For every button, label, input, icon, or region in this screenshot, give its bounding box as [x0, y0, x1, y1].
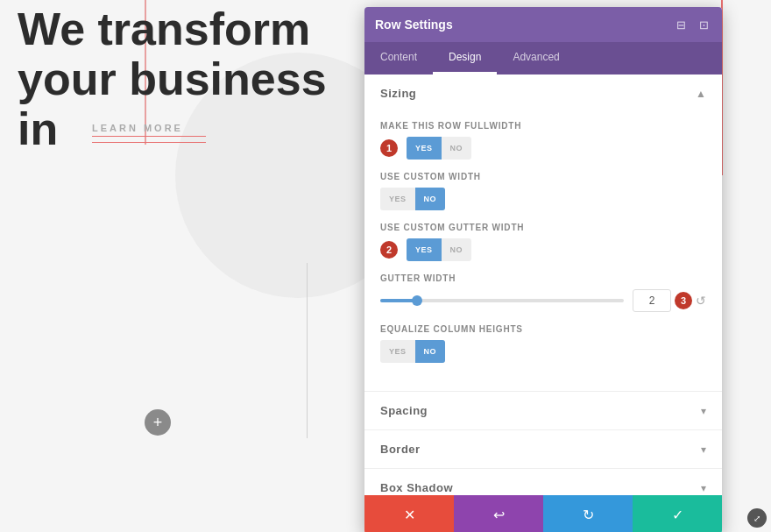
page-heading-area: We transform your business incommunit: [0, 0, 368, 158]
equalize-toggle[interactable]: YES NO: [380, 340, 445, 363]
resize-icon[interactable]: ⤢: [747, 508, 767, 528]
row-settings-panel: Row Settings ⊟ ⊡ Content Design Advanced…: [364, 7, 722, 532]
badge-2: 2: [380, 241, 398, 259]
expand-icon[interactable]: ⊡: [696, 17, 711, 32]
box-shadow-section-header[interactable]: Box Shadow ▾: [364, 469, 722, 495]
minimize-icon[interactable]: ⊟: [673, 17, 689, 32]
box-shadow-collapse-icon: ▾: [701, 482, 706, 494]
gutter-width-setting: Gutter Width 3 ↺: [380, 273, 706, 312]
fullwidth-no-option[interactable]: NO: [442, 137, 472, 160]
panel-header: Row Settings ⊟ ⊡: [364, 7, 722, 42]
panel-actions: ✕ ↩ ↻ ✓: [364, 495, 722, 532]
border-section-header[interactable]: Border ▾: [364, 430, 722, 468]
tab-design[interactable]: Design: [433, 42, 497, 74]
vertical-divider: [307, 263, 308, 438]
spacing-section: Spacing ▾: [364, 391, 722, 429]
border-collapse-icon: ▾: [701, 443, 706, 456]
custom-gutter-no-option[interactable]: NO: [442, 238, 472, 261]
panel-header-icons: ⊟ ⊡: [673, 17, 711, 32]
custom-width-toggle[interactable]: YES NO: [380, 188, 445, 210]
custom-width-no-option[interactable]: NO: [415, 188, 446, 210]
equalize-heights-label: Equalize Column Heights: [380, 324, 706, 334]
tab-advanced[interactable]: Advanced: [497, 42, 575, 74]
badge-1: 1: [380, 139, 398, 157]
equalize-yes-option[interactable]: YES: [380, 340, 415, 363]
equalize-heights-setting: Equalize Column Heights YES NO: [380, 324, 706, 363]
spacing-section-title: Spacing: [380, 404, 428, 417]
border-section-title: Border: [380, 443, 421, 456]
panel-body: Sizing ▲ Make This Row Fullwidth 1 YES N…: [364, 74, 722, 495]
gutter-slider-track[interactable]: [380, 299, 624, 302]
custom-width-toggle-row: YES NO: [380, 188, 706, 210]
badge-3: 3: [675, 292, 692, 309]
save-button[interactable]: ✓: [633, 495, 722, 532]
custom-width-setting: Use Custom Width YES NO: [380, 172, 706, 210]
border-section: Border ▾: [364, 429, 722, 468]
panel-title: Row Settings: [375, 18, 453, 32]
undo-button[interactable]: ↩: [454, 495, 543, 532]
fullwidth-yes-option[interactable]: YES: [407, 137, 442, 160]
box-shadow-section: Box Shadow ▾: [364, 468, 722, 495]
gutter-input-wrap: 3 ↺: [633, 289, 706, 312]
custom-width-yes-option[interactable]: YES: [380, 188, 415, 210]
gutter-reset-icon[interactable]: ↺: [696, 294, 706, 308]
custom-gutter-toggle-row: 2 YES NO: [380, 238, 706, 261]
equalize-toggle-row: YES NO: [380, 340, 706, 363]
box-shadow-section-title: Box Shadow: [380, 481, 453, 494]
fullwidth-toggle-row: 1 YES NO: [380, 137, 706, 160]
custom-width-label: Use Custom Width: [380, 172, 706, 181]
sizing-section-title: Sizing: [380, 87, 416, 100]
red-horizontal-line-1: [92, 136, 206, 137]
spacing-collapse-icon: ▾: [701, 405, 706, 417]
gutter-slider-row: 3 ↺: [380, 289, 706, 312]
gutter-width-label: Gutter Width: [380, 273, 706, 283]
spacing-section-header[interactable]: Spacing ▾: [364, 392, 722, 429]
page-heading: We transform your business incommunit: [0, 0, 368, 158]
tab-content[interactable]: Content: [364, 42, 433, 74]
learn-more-text: LEARN MORE: [92, 123, 183, 133]
gutter-width-input[interactable]: [633, 289, 671, 312]
gutter-slider-thumb[interactable]: [412, 295, 422, 306]
sizing-collapse-icon: ▲: [696, 88, 706, 100]
add-row-button[interactable]: +: [145, 409, 171, 436]
sizing-section-header[interactable]: Sizing ▲: [364, 74, 722, 112]
equalize-no-option[interactable]: NO: [415, 340, 446, 363]
custom-gutter-toggle[interactable]: YES NO: [407, 238, 471, 261]
fullwidth-setting: Make This Row Fullwidth 1 YES NO: [380, 121, 706, 160]
cancel-button[interactable]: ✕: [364, 495, 454, 532]
redo-button[interactable]: ↻: [543, 495, 633, 532]
panel-tabs: Content Design Advanced: [364, 42, 722, 74]
fullwidth-label: Make This Row Fullwidth: [380, 121, 706, 131]
custom-gutter-setting: Use Custom Gutter Width 2 YES NO: [380, 223, 706, 261]
red-horizontal-line-2: [92, 142, 206, 143]
custom-gutter-yes-option[interactable]: YES: [407, 238, 442, 261]
sizing-section-content: Make This Row Fullwidth 1 YES NO Use Cus…: [364, 112, 722, 391]
custom-gutter-label: Use Custom Gutter Width: [380, 223, 706, 232]
fullwidth-toggle[interactable]: YES NO: [407, 137, 471, 160]
